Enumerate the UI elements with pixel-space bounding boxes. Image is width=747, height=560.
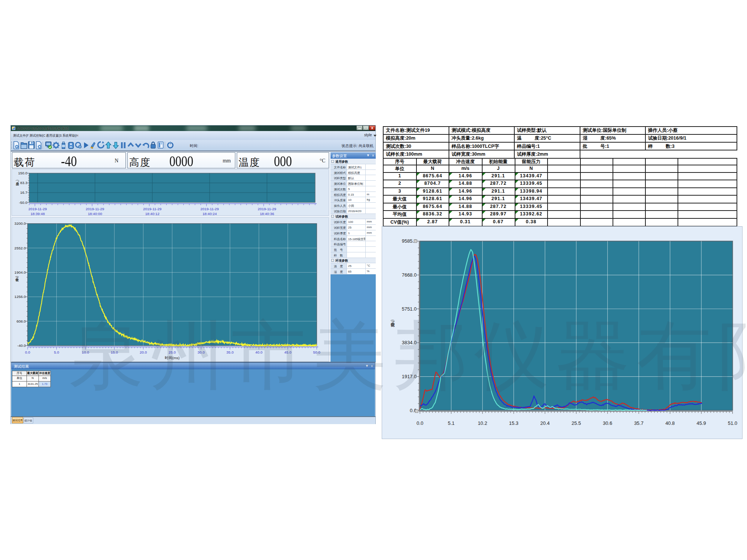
svg-text:2019-11-29: 2019-11-29 <box>86 207 105 211</box>
svg-text:18:40:00: 18:40:00 <box>88 212 102 216</box>
svg-text:150.0: 150.0 <box>18 171 28 175</box>
svg-text:15.3: 15.3 <box>509 420 518 426</box>
svg-text:25.5: 25.5 <box>571 420 581 426</box>
svg-text:10.2: 10.2 <box>478 420 487 426</box>
svg-text:18:39:48: 18:39:48 <box>31 212 45 216</box>
svg-text:0.0: 0.0 <box>416 420 423 426</box>
svg-text:83.3: 83.3 <box>20 181 28 185</box>
svg-text:载荷(N): 载荷(N) <box>15 276 19 282</box>
svg-text:18:40:24: 18:40:24 <box>202 212 217 216</box>
svg-text:7668.0: 7668.0 <box>402 272 417 278</box>
svg-text:2019-11-29: 2019-11-29 <box>28 207 47 211</box>
svg-text:3200.0: 3200.0 <box>15 221 26 225</box>
svg-text:51.0: 51.0 <box>728 420 737 426</box>
svg-text:20.4: 20.4 <box>540 420 550 426</box>
svg-text:5.0: 5.0 <box>54 350 59 354</box>
svg-text:2019-11-29: 2019-11-29 <box>143 207 162 211</box>
svg-text:18:40:36: 18:40:36 <box>260 212 275 216</box>
svg-text:-50.0: -50.0 <box>19 200 28 205</box>
svg-text:30.6: 30.6 <box>603 420 612 426</box>
svg-text:1256.0: 1256.0 <box>15 295 26 299</box>
svg-text:5.1: 5.1 <box>448 420 455 426</box>
svg-text:2019-11-29: 2019-11-29 <box>201 207 219 211</box>
svg-text:1904.0: 1904.0 <box>15 270 26 274</box>
svg-text:温度(°C): 温度(°C) <box>16 180 19 186</box>
svg-text:-40.0: -40.0 <box>17 343 26 348</box>
svg-text:45.9: 45.9 <box>697 420 706 426</box>
svg-text:35.7: 35.7 <box>634 420 644 426</box>
svg-text:16.7: 16.7 <box>20 190 27 195</box>
svg-text:18:40:12: 18:40:12 <box>145 212 159 216</box>
svg-text:608.0: 608.0 <box>16 319 26 323</box>
svg-text:40.8: 40.8 <box>665 420 675 426</box>
svg-text:2552.0: 2552.0 <box>15 246 26 250</box>
svg-text:2019-11-29: 2019-11-29 <box>258 207 276 211</box>
svg-text:0.0: 0.0 <box>25 350 30 354</box>
